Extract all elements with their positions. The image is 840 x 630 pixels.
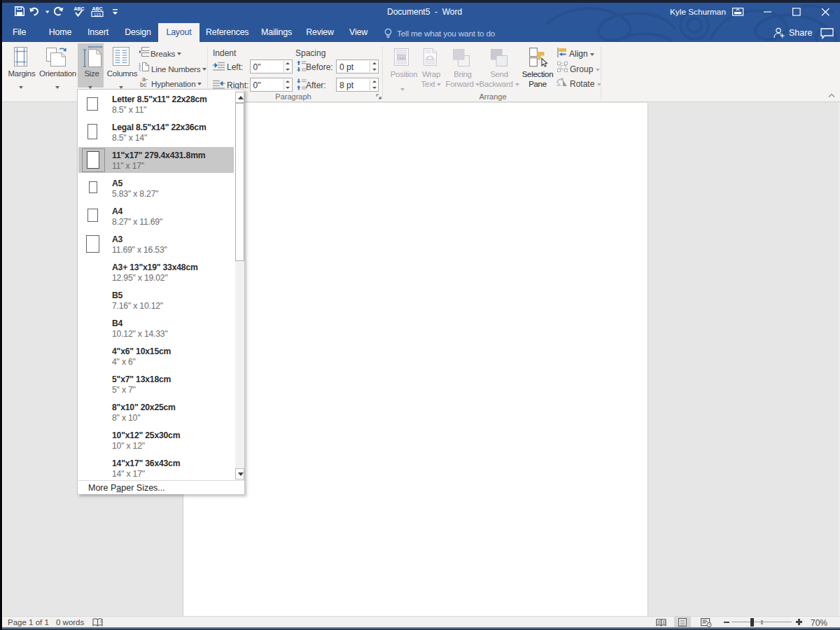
svg-text:bc: bc bbox=[140, 81, 147, 88]
svg-text:ABC: ABC bbox=[74, 6, 84, 11]
svg-text:123: 123 bbox=[94, 13, 102, 17]
svg-text:3: 3 bbox=[139, 69, 141, 72]
svg-text:ABC: ABC bbox=[92, 6, 102, 11]
